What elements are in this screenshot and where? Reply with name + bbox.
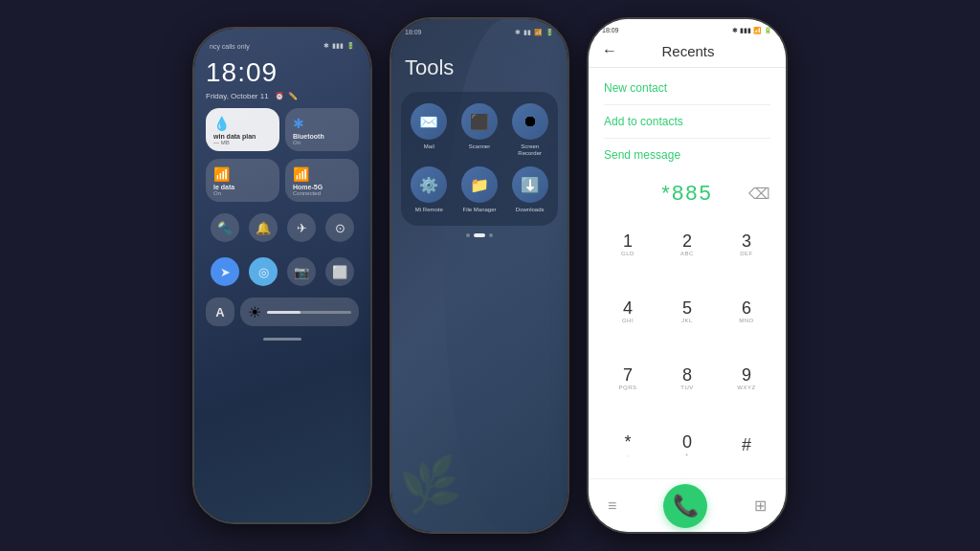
dialer-bottom-bar: ≡ 📞 ⊞: [589, 478, 786, 532]
list-item[interactable]: ✉️ Mail: [409, 103, 450, 157]
keypad-row-1: 1 GLD 2 ABC 3 DEF: [598, 211, 776, 278]
call-icon: 📞: [673, 494, 699, 518]
call-button[interactable]: 📞: [663, 484, 707, 528]
flashlight-btn[interactable]: 🔦: [211, 213, 239, 242]
keypad-row-3: 7 PQRS 8 TUV 9 WXYZ: [598, 345, 776, 412]
key-2-num: 2: [682, 232, 692, 250]
bt-sub: On: [293, 140, 351, 145]
home-indicator: [263, 338, 301, 341]
key-hash[interactable]: #: [717, 411, 776, 478]
list-item[interactable]: ⏺ Screen Recorder: [509, 103, 550, 157]
brightness-slider[interactable]: ☀: [240, 298, 359, 326]
mi-remote-icon: ⚙️: [411, 166, 447, 203]
key-8[interactable]: 8 TUV: [657, 345, 717, 412]
key-8-num: 8: [682, 366, 692, 384]
mobile-label: le data: [213, 184, 272, 190]
mobile-data-tile[interactable]: 📶 le data On: [206, 159, 279, 202]
tools-status-bar: 18:09 ✱ ▮▮ 📶 🔋: [391, 19, 568, 36]
dialer-header: ← Recents: [589, 38, 786, 68]
brightness-fill: [267, 311, 301, 314]
key-5-num: 5: [682, 299, 692, 317]
focus2-btn[interactable]: ◎: [249, 257, 278, 286]
key-3[interactable]: 3 DEF: [717, 211, 776, 278]
navigation-btn[interactable]: ➤: [211, 257, 239, 286]
dialer-status-bar: 18:09 ✱ ▮▮▮ 📶 🔋: [589, 19, 786, 38]
date-display: Friday, October 11 ⏰ ✏️: [206, 92, 359, 100]
data-plan-tile[interactable]: 💧 win data plan — MB: [206, 108, 279, 151]
tiles-row-1: 💧 win data plan — MB ✱ Bluetooth On: [206, 108, 359, 151]
key-9-num: 9: [742, 366, 751, 384]
dialer-battery: 🔋: [764, 27, 772, 34]
key-0-letters: +: [685, 452, 689, 457]
phone-2: 🌿 18:09 ✱ ▮▮ 📶 🔋 Tools ✉️ Mail: [390, 17, 569, 534]
wifi-icon: 📶: [293, 166, 351, 182]
phone-3: 18:09 ✱ ▮▮▮ 📶 🔋 ← Recents New contact Ad…: [587, 17, 788, 534]
dialed-number: *885: [661, 181, 712, 206]
key-star-letters: ,: [627, 452, 629, 457]
list-item[interactable]: ⬛ Scanner: [459, 103, 501, 157]
mail-icon: ✉️: [411, 103, 447, 140]
key-star[interactable]: * ,: [598, 411, 657, 478]
status-bar-1: ncy calls only ✱ ▮▮▮ 🔋: [206, 42, 359, 50]
key-9[interactable]: 9 WXYZ: [717, 345, 776, 412]
key-7-num: 7: [623, 366, 633, 384]
data-label: win data plan: [213, 133, 272, 140]
tiles-row-2: 📶 le data On 📶 Home-5G Connected: [206, 159, 359, 202]
key-7-letters: PQRS: [618, 385, 636, 390]
focus-btn[interactable]: ⊙: [325, 213, 354, 242]
bt-label: Bluetooth: [293, 133, 351, 140]
backspace-button[interactable]: ⌫: [748, 185, 770, 203]
phone-3-screen: 18:09 ✱ ▮▮▮ 📶 🔋 ← Recents New contact Ad…: [589, 19, 786, 532]
tools-grid-container: ✉️ Mail ⬛ Scanner ⏺ Screen Recorder ⚙️ M…: [401, 92, 558, 226]
key-5[interactable]: 5 JKL: [657, 278, 717, 345]
key-4[interactable]: 4 GHI: [598, 278, 657, 345]
add-to-contacts-link[interactable]: Add to contacts: [604, 111, 770, 132]
keypad: 1 GLD 2 ABC 3 DEF 4 GHI: [589, 211, 786, 478]
notification-btn[interactable]: 🔔: [249, 213, 278, 242]
control-center: ncy calls only ✱ ▮▮▮ 🔋 18:09 Friday, Oct…: [194, 29, 370, 522]
a-label: A: [215, 305, 224, 320]
grid-button[interactable]: ⊞: [754, 496, 767, 515]
mi-remote-label: Mi Remote: [415, 207, 443, 213]
key-6[interactable]: 6 MNO: [717, 278, 776, 345]
mobile-icon: 📶: [213, 166, 272, 182]
key-0[interactable]: 0 +: [657, 411, 717, 478]
divider-1: [604, 104, 770, 105]
key-1[interactable]: 1 GLD: [598, 211, 657, 278]
list-item[interactable]: ⚙️ Mi Remote: [409, 166, 450, 213]
send-message-link[interactable]: Send message: [604, 144, 770, 165]
key-7[interactable]: 7 PQRS: [598, 345, 657, 412]
key-1-letters: GLD: [621, 251, 635, 256]
key-4-letters: GHI: [622, 318, 634, 323]
mobile-sub: On: [213, 190, 272, 196]
auto-btn[interactable]: A: [206, 298, 234, 326]
key-2[interactable]: 2 ABC: [657, 211, 717, 278]
brightness-icon: ☀: [248, 303, 261, 321]
list-item[interactable]: 📁 File Manager: [459, 166, 501, 213]
mail-label: Mail: [424, 143, 434, 150]
list-item[interactable]: ⬇️ Downloads: [509, 166, 550, 213]
bluetooth-tile[interactable]: ✱ Bluetooth On: [285, 108, 359, 151]
wifi-label: Home-5G: [293, 184, 351, 190]
status-right: ✱ ▮▮▮ 🔋: [323, 42, 355, 50]
dialer-wifi: 📶: [753, 27, 762, 34]
date-icons: ⏰ ✏️: [275, 92, 298, 100]
new-contact-link[interactable]: New contact: [604, 77, 770, 99]
keypad-row-2: 4 GHI 5 JKL 6 MNO: [598, 278, 776, 345]
key-5-letters: JKL: [681, 318, 693, 323]
menu-button[interactable]: ≡: [608, 497, 616, 515]
airplane-btn[interactable]: ✈: [287, 213, 316, 242]
camera-btn[interactable]: 📷: [287, 257, 316, 286]
screen-btn[interactable]: ⬜: [325, 257, 354, 286]
bottom-controls: A ☀: [206, 298, 359, 326]
key-2-letters: ABC: [680, 251, 694, 256]
key-3-num: 3: [742, 232, 751, 250]
keypad-row-4: * , 0 + #: [598, 411, 776, 478]
tools-battery: 🔋: [546, 29, 554, 36]
wifi-tile[interactable]: 📶 Home-5G Connected: [285, 159, 359, 202]
screen-recorder-label: Screen Recorder: [509, 143, 550, 157]
leaf-decoration: 🌿: [396, 452, 464, 518]
scanner-label: Scanner: [469, 143, 490, 150]
back-button[interactable]: ←: [602, 42, 617, 59]
key-9-letters: WXYZ: [737, 385, 755, 390]
